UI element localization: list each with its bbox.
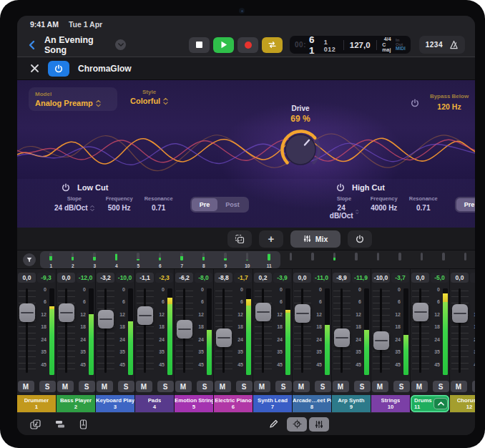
pre-button[interactable]: Pre	[192, 198, 218, 211]
high-cut-resonance[interactable]: Resonance 0.71	[409, 195, 438, 212]
low-cut-power-icon[interactable]	[62, 183, 70, 192]
high-cut-frequency[interactable]: Frequency 4000 Hz	[371, 195, 398, 212]
solo-button[interactable]: S	[433, 381, 449, 392]
track-tab[interactable]: Arcade…eet Pad 8	[293, 395, 331, 412]
track-tab[interactable]: Bass Player 2	[57, 395, 95, 412]
post-button[interactable]: Post	[217, 198, 248, 211]
mute-button[interactable]: M	[293, 381, 310, 392]
mute-button[interactable]: M	[411, 381, 428, 392]
drive-knob[interactable]	[275, 125, 325, 175]
fader-value[interactable]: -10,0	[372, 273, 390, 283]
solo-button[interactable]: S	[315, 381, 331, 392]
track-tab[interactable]: Drummer 1	[17, 395, 56, 412]
solo-button[interactable]: S	[118, 381, 134, 392]
add-track-button[interactable]: +	[259, 230, 283, 248]
metronome-icon[interactable]	[449, 40, 459, 49]
bypass-below-field[interactable]: Bypass Below 120 Hz	[426, 93, 472, 112]
solo-button[interactable]: S	[79, 381, 95, 392]
track-tab[interactable]: Arp Synth 9	[332, 395, 371, 412]
tab-expand-button[interactable]	[433, 398, 448, 409]
fader-handle[interactable]	[216, 328, 232, 347]
fader-handle[interactable]	[59, 303, 74, 322]
fader-handle[interactable]	[98, 310, 114, 328]
fader-handle[interactable]	[137, 306, 153, 325]
pre-button[interactable]: Pre	[456, 198, 475, 211]
duplicate-button[interactable]	[227, 230, 252, 248]
nav-cell[interactable]: 11	[258, 251, 280, 268]
mixer-power-button[interactable]	[348, 230, 372, 248]
fader-handle[interactable]	[452, 304, 468, 323]
fader-handle[interactable]	[295, 304, 310, 323]
low-cut-slope[interactable]: Slope 24 dB/Oct	[54, 195, 94, 212]
track-tab[interactable]: Drums 11	[411, 395, 449, 412]
nav-cell[interactable]	[346, 251, 368, 268]
mix-view-toggle[interactable]: Mix	[290, 230, 341, 248]
solo-button[interactable]: S	[275, 381, 292, 392]
mute-button[interactable]: M	[136, 381, 152, 392]
fader-value[interactable]: 0,2	[254, 273, 272, 283]
plugin-controls-button[interactable]	[287, 417, 307, 432]
play-button[interactable]	[213, 37, 234, 53]
nav-cell[interactable]: 5	[127, 251, 150, 268]
regions-button[interactable]	[55, 419, 65, 429]
plugin-power-button[interactable]	[48, 61, 69, 77]
nav-cell[interactable]	[324, 251, 346, 268]
nav-cell[interactable]	[280, 251, 303, 268]
low-cut-resonance[interactable]: Resonance 0.71	[144, 195, 173, 212]
high-cut-power-icon[interactable]	[336, 183, 345, 192]
nav-cell[interactable]	[411, 251, 433, 268]
drive-control[interactable]: Drive 69 %	[266, 104, 335, 177]
fader-value[interactable]: -3,2	[97, 273, 114, 283]
nav-cell[interactable]: 1	[40, 251, 62, 268]
song-title[interactable]: An Evening Song	[44, 35, 110, 55]
nav-cell[interactable]	[389, 251, 411, 268]
mute-button[interactable]: M	[451, 381, 467, 392]
song-menu-button[interactable]	[115, 39, 126, 50]
fader-handle[interactable]	[19, 303, 35, 322]
track-tab[interactable]: Keyboard Player 3	[96, 395, 134, 412]
fader-value[interactable]: -8,9	[333, 273, 351, 283]
stop-button[interactable]	[189, 37, 210, 53]
close-icon[interactable]	[30, 64, 39, 73]
fader-value[interactable]: -8,8	[215, 273, 232, 283]
mute-button[interactable]: M	[333, 381, 349, 392]
track-tab[interactable]: Chorus V 12	[450, 395, 475, 412]
level-field[interactable]: Level 0.0	[472, 93, 475, 112]
nav-cell[interactable]	[302, 251, 324, 268]
solo-button[interactable]: S	[157, 381, 174, 392]
back-chevron-icon[interactable]	[27, 40, 37, 50]
fader-value[interactable]: -6,2	[175, 273, 193, 283]
fader-value[interactable]: -1,1	[136, 273, 154, 283]
piano-button[interactable]	[79, 419, 87, 429]
fader-handle[interactable]	[334, 328, 350, 347]
nav-cell[interactable]: 2	[62, 251, 84, 268]
solo-button[interactable]: S	[197, 381, 213, 392]
fader-handle[interactable]	[255, 303, 271, 321]
mute-button[interactable]: M	[215, 381, 231, 392]
fader-handle[interactable]	[413, 303, 428, 321]
record-button[interactable]	[237, 37, 258, 53]
mute-button[interactable]: M	[97, 381, 113, 392]
bypass-power-icon[interactable]	[411, 99, 419, 107]
track-tab[interactable]: Pads 4	[135, 395, 174, 412]
nav-cell[interactable]: 8	[193, 251, 215, 268]
track-tab[interactable]: Electric Piano 6	[214, 395, 253, 412]
mute-button[interactable]: M	[372, 381, 388, 392]
mixer-view-button[interactable]	[309, 417, 329, 432]
nav-cell[interactable]: 10	[237, 251, 259, 268]
high-cut-slope[interactable]: Slope 24 dB/Oct	[329, 195, 359, 220]
track-tab[interactable]: Strings 10	[371, 395, 410, 412]
mute-button[interactable]: M	[175, 381, 192, 392]
nav-cell[interactable]: 3	[84, 251, 106, 268]
fader-value[interactable]: 0,0	[293, 273, 311, 283]
track-tab[interactable]: Synth Lead 7	[253, 395, 292, 412]
fader-handle[interactable]	[177, 320, 192, 339]
track-tab[interactable]: Emotion Strings 5	[175, 395, 213, 412]
lcd-display[interactable]: 00: 6 1 1 012 127,0 4/4 C maj In Out MID…	[290, 36, 411, 54]
solo-button[interactable]: S	[354, 381, 371, 392]
fader-value[interactable]: 0,0	[451, 273, 469, 283]
nav-cell[interactable]: 6	[150, 251, 172, 268]
nav-cell[interactable]	[368, 251, 390, 268]
mute-button[interactable]: M	[254, 381, 270, 392]
pencil-icon[interactable]	[269, 419, 278, 429]
